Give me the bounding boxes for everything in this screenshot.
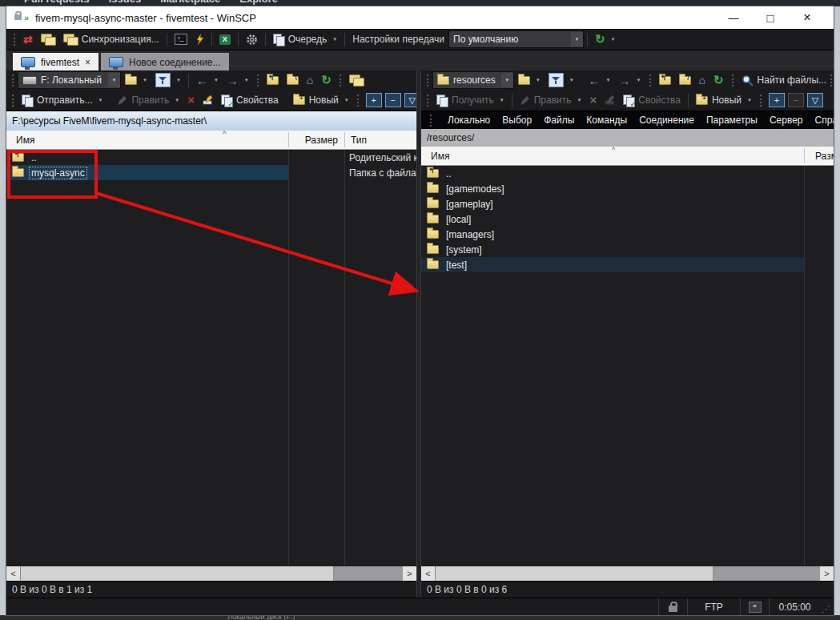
forward-button[interactable]: →▼ — [615, 72, 645, 89]
menu-item-соединение[interactable]: Соединение — [639, 115, 694, 126]
parent-directory-button[interactable] — [655, 74, 675, 87]
column-name[interactable]: Имя — [431, 151, 449, 162]
local-horizontal-scrollbar[interactable]: < > — [6, 566, 416, 581]
maximize-button[interactable]: □ — [752, 11, 789, 25]
menu-item-справка[interactable]: Справка — [814, 115, 834, 126]
upload-button[interactable]: Отправить... ▼ — [18, 93, 107, 107]
toolbar-grip[interactable] — [430, 115, 432, 127]
toolbar-grip[interactable] — [12, 95, 14, 107]
menu-item-локально[interactable]: Локально — [448, 115, 490, 126]
refresh-button[interactable]: ↻ — [317, 73, 336, 87]
column-size[interactable]: Размер — [288, 135, 338, 146]
file-row[interactable]: [managers] — [421, 227, 834, 242]
local-file-list[interactable]: ..Родительский каталогmysql-asyncПапка с… — [6, 150, 416, 566]
toolbar-grip[interactable] — [12, 74, 14, 87]
column-divider[interactable] — [288, 132, 289, 147]
sync-browsing-button[interactable] — [37, 32, 59, 46]
scroll-left-arrow[interactable]: < — [6, 566, 20, 581]
scroll-left-arrow[interactable]: < — [421, 566, 435, 581]
close-button[interactable]: × — [789, 10, 826, 26]
exchange-button[interactable]: ⇄ — [19, 31, 37, 47]
file-row[interactable]: [system] — [421, 242, 834, 257]
scrollbar-thumb[interactable] — [435, 566, 713, 581]
menu-item-команды[interactable]: Команды — [586, 115, 627, 126]
preferences-button[interactable] — [242, 32, 262, 47]
delete-button[interactable]: × — [183, 93, 199, 107]
remote-horizontal-scrollbar[interactable]: < > — [421, 566, 834, 581]
filter-button[interactable]: ▼ — [545, 71, 578, 89]
rename-button[interactable] — [199, 94, 217, 107]
parent-directory-button[interactable] — [263, 74, 283, 87]
remote-directory-combo[interactable]: resources ▼ — [432, 71, 514, 89]
forward-button[interactable]: →▼ — [223, 72, 253, 89]
putty-button[interactable] — [191, 32, 208, 46]
remote-file-list[interactable]: ..[gamemodes][gameplay][local][managers]… — [421, 166, 834, 566]
invert-selection-button[interactable]: ▽ — [404, 93, 416, 107]
file-row[interactable]: [gamemodes] — [421, 181, 834, 196]
column-type[interactable]: Тип — [351, 135, 367, 146]
synchronize-button[interactable]: Синхронизация... — [59, 32, 163, 46]
root-directory-button[interactable]: / — [675, 74, 695, 87]
find-files-button[interactable]: Найти файлы... — [738, 73, 830, 88]
home-directory-button[interactable]: ⌂ — [303, 72, 317, 88]
queue-button[interactable]: Очередь ▼ — [269, 32, 342, 46]
toolbar-grip[interactable] — [257, 74, 259, 87]
open-directory-button[interactable]: ▼ — [514, 74, 545, 87]
root-directory-button[interactable]: \ — [283, 74, 303, 87]
transfer-settings-label: Настройки передачи — [348, 32, 448, 46]
column-name[interactable]: Имя — [16, 135, 34, 146]
home-directory-button[interactable]: ⌂ — [695, 72, 709, 88]
properties-button[interactable]: ✓ Свойства — [217, 93, 283, 107]
toolbar-grip[interactable] — [14, 34, 15, 46]
toolbar-grip[interactable] — [427, 74, 428, 87]
close-icon[interactable]: × — [85, 57, 90, 68]
refresh-button[interactable]: ↻ — [709, 73, 728, 87]
minimize-button[interactable]: — — [715, 12, 752, 24]
toolbar-grip[interactable] — [732, 74, 733, 87]
menu-item-сервер[interactable]: Сервер — [770, 115, 803, 126]
toolbar-grip[interactable] — [340, 74, 341, 87]
invert-selection-button[interactable]: ▽ — [807, 93, 823, 107]
column-divider[interactable] — [804, 148, 805, 163]
new-button[interactable]: + Новый ▼ — [289, 93, 353, 107]
scrollbar-thumb[interactable] — [20, 566, 334, 581]
select-files-button[interactable]: + — [366, 93, 382, 107]
winscp-icon: » — [14, 11, 29, 24]
console-cell[interactable]: ¤ — [740, 598, 769, 615]
toolbar-grip[interactable] — [760, 95, 762, 107]
tab-new-session[interactable]: Новое соединение... — [101, 53, 229, 71]
unselect-files-button[interactable]: − — [385, 93, 401, 107]
file-row[interactable]: [local] — [421, 211, 834, 227]
console-button[interactable]: ›_ — [171, 32, 191, 46]
layout-button[interactable]: X — [215, 33, 235, 46]
file-row[interactable]: [gameplay] — [421, 196, 834, 211]
column-size[interactable]: Размер — [815, 151, 834, 162]
toolbar-grip[interactable] — [357, 95, 359, 107]
file-row[interactable]: .. — [421, 166, 834, 181]
toolbar-grip[interactable] — [427, 95, 428, 107]
refresh-session-button[interactable]: ↻▼ — [591, 32, 620, 46]
scroll-right-arrow[interactable]: > — [403, 566, 416, 581]
menu-item-файлы[interactable]: Файлы — [544, 115, 574, 126]
resize-grip[interactable]: ⋰ — [822, 604, 830, 614]
back-button[interactable]: ←▼ — [585, 72, 615, 89]
transfer-preset-combo[interactable]: По умолчанию ▼ — [448, 30, 584, 48]
local-path-bar[interactable]: F:\ресурсы FiveM\fivem-mysql-async-maste… — [6, 111, 416, 131]
menu-item-параметры[interactable]: Параметры — [706, 115, 758, 126]
bookmarks-button[interactable] — [345, 73, 368, 87]
remote-path-bar[interactable]: /resources/ — [421, 129, 834, 147]
open-directory-button[interactable]: ▼ — [121, 74, 151, 87]
file-row[interactable]: [test] — [421, 257, 834, 272]
toolbar-grip[interactable] — [830, 74, 832, 87]
toolbar-grip[interactable] — [649, 74, 651, 87]
filter-button[interactable]: ▼ — [151, 71, 185, 89]
select-files-button[interactable]: + — [769, 93, 785, 107]
back-button[interactable]: ←▼ — [192, 72, 223, 89]
drive-combo[interactable]: F: Локальный ди ▼ — [18, 71, 121, 89]
tab-fivemtest[interactable]: fivemtest × — [13, 53, 98, 71]
menu-item-выбор[interactable]: Выбор — [502, 115, 532, 126]
console-status-icon: ¤ — [749, 602, 762, 613]
column-divider[interactable] — [344, 132, 345, 147]
scroll-right-arrow[interactable]: > — [820, 566, 834, 581]
new-button[interactable]: + Новый ▼ — [692, 93, 756, 107]
